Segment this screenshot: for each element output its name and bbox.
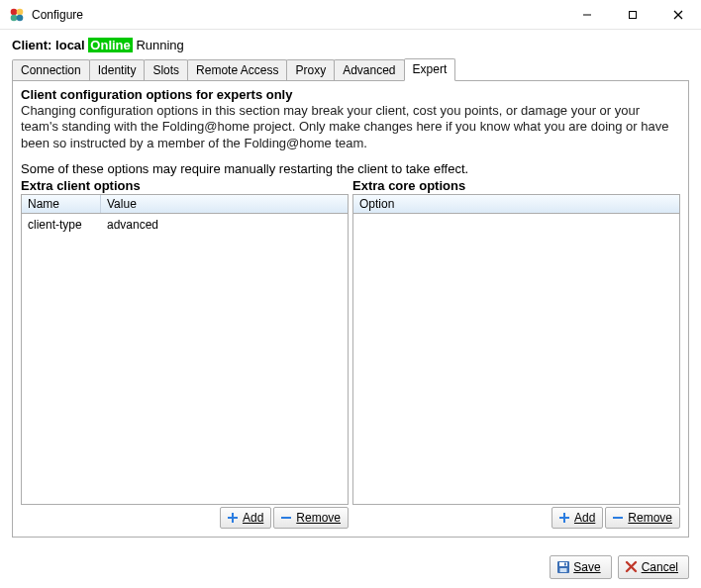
core-options-title: Extra core options [352,178,680,193]
client-add-button[interactable]: Add [220,507,271,529]
svg-point-0 [11,8,18,15]
core-options-header: Option [353,195,679,214]
column-name[interactable]: Name [22,195,101,213]
save-label: Save [573,560,600,574]
tab-expert[interactable]: Expert [404,58,456,81]
svg-point-2 [11,14,18,21]
svg-rect-5 [630,11,637,18]
dialog-footer: Save Cancel [0,547,701,579]
expert-note: Some of these options may require manual… [21,161,680,176]
window-title: Configure [32,8,564,22]
status-line: Client: local Online Running [12,38,689,52]
core-remove-button[interactable]: Remove [605,507,680,529]
tabs: Connection Identity Slots Remote Access … [12,58,689,80]
titlebar: Configure [0,0,701,30]
svg-rect-12 [559,517,569,519]
svg-point-3 [17,14,24,21]
client-remove-button[interactable]: Remove [273,507,349,529]
svg-point-1 [17,8,24,15]
close-button[interactable] [655,0,701,29]
svg-rect-10 [281,517,291,519]
core-add-button[interactable]: Add [551,507,603,529]
expert-description: Changing configuration options in this s… [21,103,680,151]
save-icon [556,560,570,574]
svg-rect-9 [228,517,238,519]
minus-icon [279,511,293,525]
cancel-button[interactable]: Cancel [618,555,689,579]
column-option[interactable]: Option [353,195,679,213]
tab-connection[interactable]: Connection [12,59,90,80]
column-value[interactable]: Value [101,195,348,213]
tab-panel-expert: Client configuration options for experts… [12,80,689,538]
svg-rect-17 [564,562,566,565]
client-options-grid[interactable]: Name Value client-type advanced [21,194,349,505]
status-client-name: local [55,38,85,52]
app-icon [8,6,26,24]
cancel-label: Cancel [642,560,678,574]
client-options-panel: Extra client options Name Value client-t… [21,178,349,529]
tab-identity[interactable]: Identity [89,59,146,80]
plus-icon [226,511,240,525]
cell-value: advanced [101,216,348,234]
status-client-label: Client: [12,38,51,52]
client-options-body[interactable]: client-type advanced [22,214,348,504]
core-remove-label: Remove [628,511,672,525]
maximize-button[interactable] [610,0,655,29]
status-running: Running [136,38,183,52]
core-add-label: Add [574,511,595,525]
expert-heading: Client configuration options for experts… [21,87,680,102]
minus-icon [611,511,625,525]
svg-rect-16 [560,568,567,572]
core-options-buttons: Add Remove [352,507,680,529]
cancel-icon [625,560,639,574]
status-online-badge: Online [88,38,132,52]
tab-remote-access[interactable]: Remote Access [187,59,287,80]
client-options-title: Extra client options [21,178,349,193]
tab-advanced[interactable]: Advanced [334,59,404,80]
cell-name: client-type [22,216,101,234]
core-options-grid[interactable]: Option [352,194,680,505]
client-add-label: Add [243,511,263,525]
tab-proxy[interactable]: Proxy [286,59,335,80]
window-controls [564,0,701,29]
svg-rect-13 [613,517,623,519]
client-options-header: Name Value [22,195,348,214]
table-row[interactable]: client-type advanced [22,214,348,236]
core-options-panel: Extra core options Option Add [352,178,680,529]
client-remove-label: Remove [296,511,341,525]
tab-slots[interactable]: Slots [144,59,188,80]
plus-icon [557,511,571,525]
client-options-buttons: Add Remove [21,507,349,529]
core-options-body[interactable] [353,214,679,504]
minimize-button[interactable] [564,0,610,29]
save-button[interactable]: Save [550,555,611,579]
